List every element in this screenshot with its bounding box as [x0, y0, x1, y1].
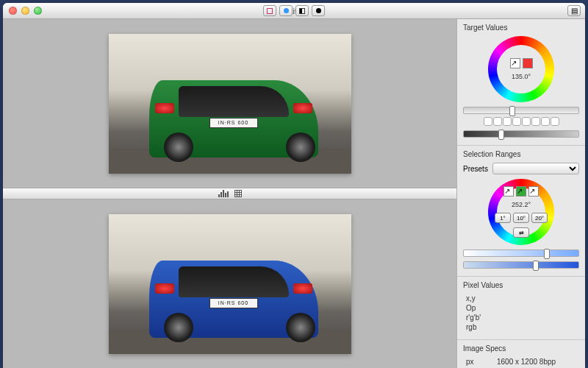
- content: IN·RS 600 IN·RS 600: [3, 19, 585, 368]
- range-20deg-button[interactable]: 20°: [531, 213, 548, 223]
- image-bottom: IN·RS 600: [109, 214, 351, 354]
- pv-op-label: Op: [466, 304, 497, 312]
- target-slider-2[interactable]: [463, 130, 579, 138]
- toolbar-center: [263, 5, 325, 16]
- tool-bw-icon[interactable]: [295, 5, 309, 16]
- tool-bluedot-icon[interactable]: [279, 5, 293, 16]
- tool-blackdot-icon[interactable]: [312, 5, 325, 16]
- grid-icon[interactable]: [234, 190, 242, 197]
- minimize-icon[interactable]: [21, 7, 29, 15]
- selection-angle: 252.2°: [512, 201, 531, 208]
- swap-button[interactable]: ⇄: [513, 227, 529, 238]
- hue-wheel-target[interactable]: ↗ 135.0°: [488, 36, 554, 102]
- tick[interactable]: [484, 117, 492, 126]
- panel-image-specs: Image Specs px1600 x 1200 8bpp dpi96.0 p…: [457, 340, 585, 368]
- eyedropper-add-icon[interactable]: ↗: [516, 186, 526, 197]
- toggle-sidebar-icon[interactable]: ▤: [567, 5, 581, 16]
- close-icon[interactable]: [9, 7, 17, 15]
- histogram-icon[interactable]: [218, 190, 229, 197]
- pv-rgbprime-label: r'g'b': [466, 314, 497, 322]
- eyedropper-sub-icon[interactable]: ↗: [528, 186, 539, 197]
- tool-rect-icon[interactable]: [263, 5, 276, 16]
- image-slot-bottom[interactable]: IN·RS 600: [3, 199, 456, 368]
- license-plate-top: IN·RS 600: [209, 118, 258, 128]
- car-body-green: IN·RS 600: [149, 80, 318, 158]
- image-top: IN·RS 600: [109, 34, 351, 174]
- panel-title: Pixel Values: [463, 281, 579, 289]
- target-slider-1[interactable]: [463, 107, 579, 114]
- canvas-area: IN·RS 600 IN·RS 600: [3, 19, 456, 368]
- panel-title: Target Values: [463, 24, 579, 32]
- split-divider[interactable]: [3, 188, 456, 199]
- titlebar: Untitled ▤: [3, 3, 585, 19]
- selection-slider-1[interactable]: [463, 250, 579, 257]
- panel-title: Image Specs: [463, 344, 579, 353]
- panel-selection-ranges: Selection Ranges Presets ↗ ↗ ↗ 252.2°: [457, 146, 585, 277]
- panel-title: Selection Ranges: [463, 150, 579, 158]
- presets-select[interactable]: [492, 163, 579, 174]
- toolbar-right: ▤: [567, 5, 581, 16]
- image-slot-top[interactable]: IN·RS 600: [3, 19, 456, 188]
- pv-rgb-label: rgb: [466, 323, 497, 331]
- spec-px-value: 1600 x 1200 8bpp: [497, 358, 556, 366]
- range-1deg-button[interactable]: 1°: [495, 213, 511, 223]
- range-10deg-button[interactable]: 10°: [513, 213, 529, 223]
- car-body-blue: IN·RS 600: [149, 261, 318, 338]
- traffic-lights: [9, 7, 42, 15]
- license-plate-bottom: IN·RS 600: [209, 298, 258, 308]
- eyedropper-icon[interactable]: ↗: [503, 186, 514, 197]
- pv-xy-label: x,y: [466, 294, 497, 302]
- selection-slider-2[interactable]: [463, 261, 579, 269]
- eyedropper-icon[interactable]: ↗: [510, 58, 520, 68]
- panel-target-values: Target Values ↗ 135.0°: [457, 19, 585, 146]
- panel-pixel-values: Pixel Values x,y Op r'g'b' rgb: [457, 277, 585, 340]
- app-window: Untitled ▤ IN·RS 600: [3, 3, 585, 368]
- hue-wheel-selection[interactable]: ↗ ↗ ↗ 252.2° 1° 10° 20° ⇄: [488, 179, 554, 245]
- target-color-swatch[interactable]: [523, 58, 533, 68]
- preset-ticks: [463, 117, 579, 126]
- zoom-icon[interactable]: [34, 7, 42, 15]
- presets-label: Presets: [463, 165, 488, 173]
- sidebar: Target Values ↗ 135.0°: [456, 19, 585, 368]
- target-angle: 135.0°: [512, 73, 531, 80]
- spec-px-label: px: [466, 358, 497, 366]
